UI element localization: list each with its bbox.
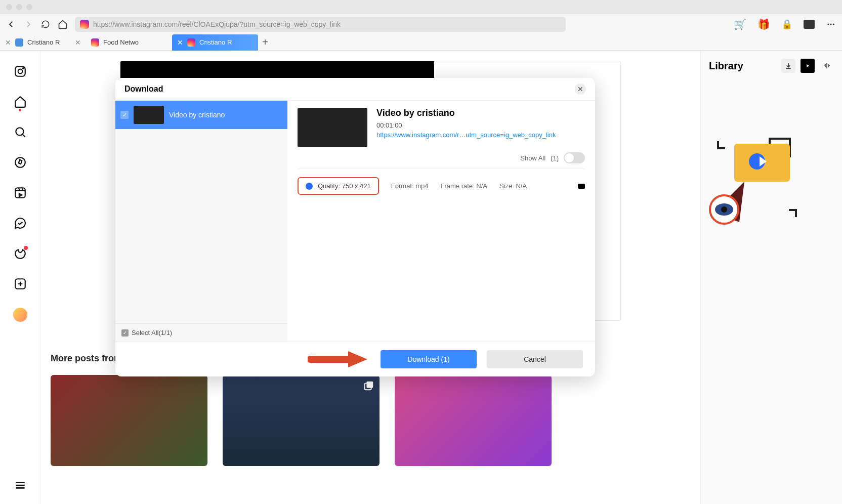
detail-thumbnail [298,108,367,147]
show-all-count: (1) [551,154,559,162]
quality-row[interactable]: Quality: 750 x 421 Format: mp4 Frame rat… [298,174,585,198]
size-label: Size: N/A [499,182,527,190]
modal-video-list: ✓ Video by cristiano ✓ Select All(1/1) [115,101,287,342]
download-modal: Download ✕ ✓ Video by cristiano ✓ Select… [115,78,595,376]
detail-title: Video by cristiano [376,108,585,118]
format-label: Format: mp4 [391,182,429,190]
download-button[interactable]: Download (1) [381,350,477,368]
cancel-button[interactable]: Cancel [487,350,583,368]
detail-duration: 00:01:00 [376,121,585,129]
modal-close-button[interactable]: ✕ [575,83,586,95]
modal-title: Download [124,85,163,94]
item-thumbnail [134,106,164,124]
annotation-arrow-icon [308,349,368,369]
show-all-label: Show All [520,154,545,162]
format-badge-icon [578,184,585,189]
framerate-label: Frame rate: N/A [440,182,487,190]
quality-radio[interactable] [306,183,313,190]
item-checkbox[interactable]: ✓ [120,111,129,119]
quality-label: Quality: 750 x 421 [318,182,371,190]
modal-detail-pane: Video by cristiano 00:01:00 https://www.… [287,101,595,342]
detail-url[interactable]: https://www.instagram.com/r…utm_source=i… [376,131,585,139]
item-label: Video by cristiano [169,111,225,119]
select-all-row[interactable]: ✓ Select All(1/1) [115,323,287,342]
select-all-checkbox[interactable]: ✓ [121,329,129,337]
quality-option[interactable]: Quality: 750 x 421 [298,177,379,195]
show-all-toggle[interactable] [564,152,585,163]
video-list-item[interactable]: ✓ Video by cristiano [115,101,287,129]
select-all-label: Select All(1/1) [132,329,172,337]
